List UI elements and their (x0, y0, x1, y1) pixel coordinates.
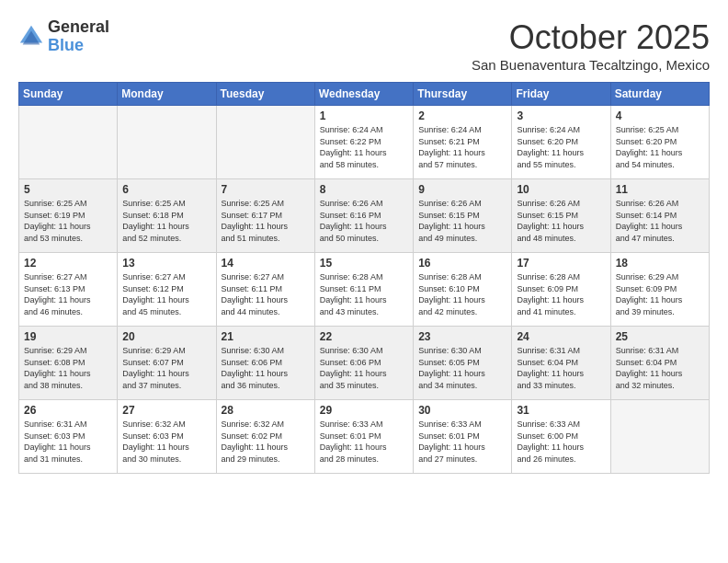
day-header-sunday: Sunday (19, 83, 118, 106)
day-number: 9 (418, 183, 506, 196)
day-number: 5 (24, 183, 112, 196)
day-number: 1 (320, 109, 408, 122)
calendar-cell: 8Sunrise: 6:26 AM Sunset: 6:16 PM Daylig… (314, 179, 413, 253)
calendar-cell: 10Sunrise: 6:26 AM Sunset: 6:15 PM Dayli… (512, 179, 610, 253)
day-number: 14 (222, 257, 310, 270)
day-number: 3 (517, 109, 605, 122)
day-header-row: SundayMondayTuesdayWednesdayThursdayFrid… (19, 83, 710, 106)
calendar-cell: 23Sunrise: 6:30 AM Sunset: 6:05 PM Dayli… (414, 327, 512, 400)
cell-text: Sunrise: 6:28 AM Sunset: 6:09 PM Dayligh… (517, 271, 605, 317)
calendar-cell: 9Sunrise: 6:26 AM Sunset: 6:15 PM Daylig… (414, 179, 512, 253)
day-header-monday: Monday (118, 83, 216, 106)
calendar-cell: 17Sunrise: 6:28 AM Sunset: 6:09 PM Dayli… (512, 253, 610, 327)
calendar-title: October 2025 (472, 18, 710, 57)
day-number: 12 (24, 257, 112, 270)
calendar-cell: 29Sunrise: 6:33 AM Sunset: 6:01 PM Dayli… (314, 400, 413, 474)
calendar-cell: 5Sunrise: 6:25 AM Sunset: 6:19 PM Daylig… (19, 179, 118, 253)
logo: General Blue (18, 18, 109, 55)
day-number: 7 (222, 183, 310, 196)
calendar-cell: 12Sunrise: 6:27 AM Sunset: 6:13 PM Dayli… (19, 253, 118, 327)
day-number: 20 (122, 330, 210, 343)
day-number: 24 (517, 330, 605, 343)
cell-text: Sunrise: 6:26 AM Sunset: 6:15 PM Dayligh… (418, 198, 506, 244)
day-number: 30 (418, 404, 506, 417)
day-header-thursday: Thursday (414, 83, 512, 106)
calendar-cell: 1Sunrise: 6:24 AM Sunset: 6:22 PM Daylig… (314, 106, 413, 179)
calendar-cell: 28Sunrise: 6:32 AM Sunset: 6:02 PM Dayli… (216, 400, 314, 474)
title-area: October 2025 San Buenaventura Tecaltzing… (472, 18, 710, 73)
cell-text: Sunrise: 6:29 AM Sunset: 6:09 PM Dayligh… (616, 271, 704, 317)
cell-text: Sunrise: 6:31 AM Sunset: 6:04 PM Dayligh… (616, 345, 704, 391)
day-number: 4 (616, 109, 704, 122)
cell-text: Sunrise: 6:26 AM Sunset: 6:15 PM Dayligh… (517, 198, 605, 244)
calendar-cell: 26Sunrise: 6:31 AM Sunset: 6:03 PM Dayli… (19, 400, 118, 474)
cell-text: Sunrise: 6:26 AM Sunset: 6:16 PM Dayligh… (320, 198, 408, 244)
calendar-cell (216, 106, 314, 179)
cell-text: Sunrise: 6:28 AM Sunset: 6:10 PM Dayligh… (418, 271, 506, 317)
cell-text: Sunrise: 6:33 AM Sunset: 6:01 PM Dayligh… (320, 419, 408, 465)
cell-text: Sunrise: 6:33 AM Sunset: 6:01 PM Dayligh… (418, 419, 506, 465)
cell-text: Sunrise: 6:30 AM Sunset: 6:05 PM Dayligh… (418, 345, 506, 391)
day-header-tuesday: Tuesday (216, 83, 314, 106)
calendar-cell (610, 400, 709, 474)
day-number: 29 (320, 404, 408, 417)
cell-text: Sunrise: 6:32 AM Sunset: 6:02 PM Dayligh… (222, 419, 310, 465)
cell-text: Sunrise: 6:32 AM Sunset: 6:03 PM Dayligh… (122, 419, 210, 465)
cell-text: Sunrise: 6:25 AM Sunset: 6:19 PM Dayligh… (24, 198, 112, 244)
calendar-cell: 2Sunrise: 6:24 AM Sunset: 6:21 PM Daylig… (414, 106, 512, 179)
calendar-table: SundayMondayTuesdayWednesdayThursdayFrid… (18, 82, 710, 474)
calendar-cell: 11Sunrise: 6:26 AM Sunset: 6:14 PM Dayli… (610, 179, 709, 253)
day-number: 19 (24, 330, 112, 343)
cell-text: Sunrise: 6:24 AM Sunset: 6:22 PM Dayligh… (320, 124, 408, 170)
calendar-cell: 6Sunrise: 6:25 AM Sunset: 6:18 PM Daylig… (118, 179, 216, 253)
cell-text: Sunrise: 6:30 AM Sunset: 6:06 PM Dayligh… (320, 345, 408, 391)
calendar-cell: 30Sunrise: 6:33 AM Sunset: 6:01 PM Dayli… (414, 400, 512, 474)
day-number: 26 (24, 404, 112, 417)
day-header-wednesday: Wednesday (314, 83, 413, 106)
day-header-friday: Friday (512, 83, 610, 106)
logo-text: General Blue (48, 18, 109, 55)
logo-blue: Blue (48, 36, 84, 54)
calendar-cell: 21Sunrise: 6:30 AM Sunset: 6:06 PM Dayli… (216, 327, 314, 400)
cell-text: Sunrise: 6:27 AM Sunset: 6:12 PM Dayligh… (122, 271, 210, 317)
day-number: 2 (418, 109, 506, 122)
cell-text: Sunrise: 6:27 AM Sunset: 6:13 PM Dayligh… (24, 271, 112, 317)
calendar-cell: 14Sunrise: 6:27 AM Sunset: 6:11 PM Dayli… (216, 253, 314, 327)
cell-text: Sunrise: 6:24 AM Sunset: 6:20 PM Dayligh… (517, 124, 605, 170)
day-number: 16 (418, 257, 506, 270)
cell-text: Sunrise: 6:25 AM Sunset: 6:18 PM Dayligh… (122, 198, 210, 244)
cell-text: Sunrise: 6:30 AM Sunset: 6:06 PM Dayligh… (222, 345, 310, 391)
week-row-5: 26Sunrise: 6:31 AM Sunset: 6:03 PM Dayli… (19, 400, 710, 474)
cell-text: Sunrise: 6:27 AM Sunset: 6:11 PM Dayligh… (222, 271, 310, 317)
cell-text: Sunrise: 6:25 AM Sunset: 6:20 PM Dayligh… (616, 124, 704, 170)
day-number: 13 (122, 257, 210, 270)
day-number: 22 (320, 330, 408, 343)
cell-text: Sunrise: 6:31 AM Sunset: 6:03 PM Dayligh… (24, 419, 112, 465)
day-number: 11 (616, 183, 704, 196)
cell-text: Sunrise: 6:33 AM Sunset: 6:00 PM Dayligh… (517, 419, 605, 465)
calendar-cell: 16Sunrise: 6:28 AM Sunset: 6:10 PM Dayli… (414, 253, 512, 327)
week-row-4: 19Sunrise: 6:29 AM Sunset: 6:08 PM Dayli… (19, 327, 710, 400)
calendar-cell: 20Sunrise: 6:29 AM Sunset: 6:07 PM Dayli… (118, 327, 216, 400)
day-number: 23 (418, 330, 506, 343)
calendar-cell: 13Sunrise: 6:27 AM Sunset: 6:12 PM Dayli… (118, 253, 216, 327)
calendar-cell: 25Sunrise: 6:31 AM Sunset: 6:04 PM Dayli… (610, 327, 709, 400)
day-header-saturday: Saturday (610, 83, 709, 106)
day-number: 31 (517, 404, 605, 417)
day-number: 18 (616, 257, 704, 270)
calendar-cell: 7Sunrise: 6:25 AM Sunset: 6:17 PM Daylig… (216, 179, 314, 253)
calendar-body: 1Sunrise: 6:24 AM Sunset: 6:22 PM Daylig… (19, 106, 710, 474)
week-row-2: 5Sunrise: 6:25 AM Sunset: 6:19 PM Daylig… (19, 179, 710, 253)
week-row-3: 12Sunrise: 6:27 AM Sunset: 6:13 PM Dayli… (19, 253, 710, 327)
day-number: 27 (122, 404, 210, 417)
day-number: 8 (320, 183, 408, 196)
day-number: 17 (517, 257, 605, 270)
calendar-cell: 15Sunrise: 6:28 AM Sunset: 6:11 PM Dayli… (314, 253, 413, 327)
day-number: 25 (616, 330, 704, 343)
cell-text: Sunrise: 6:29 AM Sunset: 6:08 PM Dayligh… (24, 345, 112, 391)
calendar-cell: 19Sunrise: 6:29 AM Sunset: 6:08 PM Dayli… (19, 327, 118, 400)
calendar-cell (19, 106, 118, 179)
week-row-1: 1Sunrise: 6:24 AM Sunset: 6:22 PM Daylig… (19, 106, 710, 179)
calendar-header: SundayMondayTuesdayWednesdayThursdayFrid… (19, 83, 710, 106)
logo-general: General (48, 17, 109, 36)
